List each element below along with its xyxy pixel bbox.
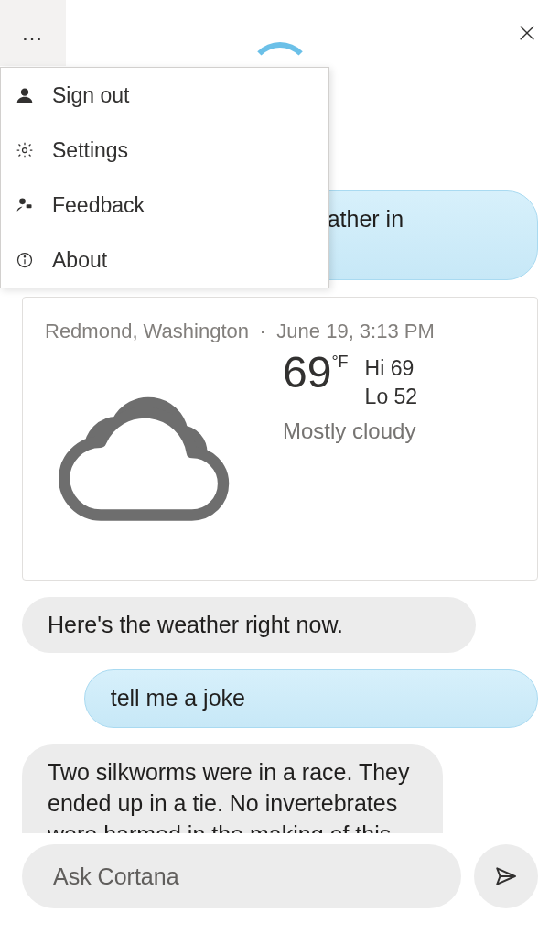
gear-icon	[16, 141, 34, 159]
temp-unit: °F	[331, 353, 348, 372]
current-temp: 69	[283, 351, 331, 395]
menu-item-settings[interactable]: Settings	[1, 123, 328, 178]
overflow-menu: Sign out Settings Feedback About	[0, 67, 329, 288]
svg-rect-5	[27, 204, 32, 208]
weather-location: Redmond, Washington	[45, 320, 249, 342]
menu-item-label: Feedback	[52, 193, 145, 218]
message-text: tell me a joke	[111, 685, 245, 711]
weather-datetime: June 19, 3:13 PM	[276, 320, 434, 342]
person-icon	[16, 86, 34, 104]
close-icon	[517, 23, 537, 43]
info-icon	[16, 251, 34, 269]
menu-item-sign-out[interactable]: Sign out	[1, 68, 328, 123]
weather-condition: Mostly cloudy	[283, 418, 417, 444]
message-text: Two silkworms were in a race. They ended…	[48, 759, 410, 833]
weather-card[interactable]: Redmond, Washington · June 19, 3:13 PM 6…	[22, 297, 538, 581]
menu-item-label: Sign out	[52, 83, 129, 108]
feedback-icon	[16, 196, 34, 214]
close-button[interactable]	[494, 0, 560, 66]
ask-input[interactable]	[22, 844, 461, 908]
menu-item-label: About	[52, 248, 107, 273]
svg-point-4	[19, 199, 26, 205]
user-message: tell me a joke	[84, 669, 538, 728]
menu-item-label: Settings	[52, 138, 128, 163]
temp-high: Hi 69	[365, 354, 418, 383]
send-button[interactable]	[474, 844, 538, 908]
separator: ·	[254, 320, 271, 342]
menu-item-about[interactable]: About	[1, 233, 328, 288]
svg-point-8	[24, 256, 25, 257]
temp-low: Lo 52	[365, 383, 418, 411]
weather-icon-mostly-cloudy	[45, 351, 264, 543]
assistant-message: Here's the weather right now.	[22, 597, 476, 654]
svg-point-3	[23, 148, 27, 153]
menu-button[interactable]: …	[0, 0, 66, 66]
svg-point-2	[21, 89, 28, 96]
message-text: Here's the weather right now.	[48, 612, 343, 637]
assistant-message: Two silkworms were in a race. They ended…	[22, 744, 443, 833]
menu-item-feedback[interactable]: Feedback	[1, 178, 328, 233]
send-icon	[494, 864, 518, 888]
ellipsis-icon: …	[21, 22, 45, 44]
